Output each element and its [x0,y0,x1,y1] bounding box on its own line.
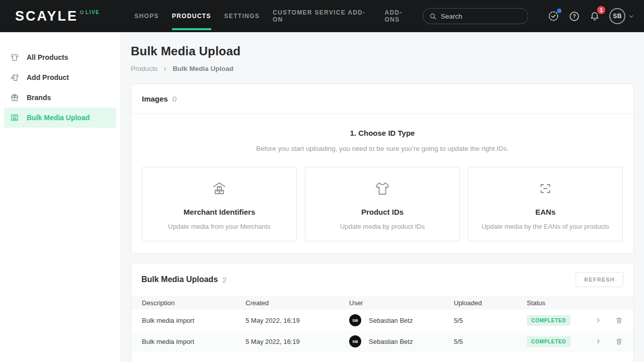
status-badge: COMPLETED [527,315,571,326]
refresh-button[interactable]: REFRESH [576,272,623,287]
user-menu[interactable]: SB [609,8,634,24]
tasks-approval-button[interactable] [547,10,560,23]
avatar: SB [609,8,625,24]
breadcrumb-products[interactable]: Products [131,65,157,72]
question-circle-icon: ? [569,11,580,22]
column-created: Created [246,299,349,307]
sidebar-item-label: Bulk Media Upload [27,114,90,122]
sidebar-item-label: Brands [27,94,51,102]
nav-item-customer-service-add-on[interactable]: CUSTOMER SERVICE ADD-ON [266,0,378,32]
avatar: SB [349,314,361,326]
option-product-ids[interactable]: Product IDs Update media by product IDs [305,167,460,241]
chevron-right-icon [595,338,601,344]
column-uploaded: Uploaded [454,299,527,307]
cell-description: Bulk media import [142,338,246,345]
user-name: Sebastian Betz [369,317,413,324]
uploads-count: 2 [222,276,226,284]
user-name: Sebastian Betz [369,338,413,345]
step-title: 1. Choose ID Type [141,129,623,137]
row-open-button[interactable] [591,317,606,323]
option-title: Product IDs [361,208,404,216]
avatar: SB [349,335,361,347]
table-row[interactable]: Bulk media import 5 May 2022, 16:19 SB S… [131,331,633,352]
ean-scan-icon [537,179,554,198]
table-row[interactable]: Bulk media import 5 May 2022, 16:19 SB S… [131,310,633,331]
sidebar-item-all-products[interactable]: All Products [4,47,116,67]
cell-uploaded: 5/5 [454,338,527,345]
option-merchant-identifiers[interactable]: Merchant Identifiers Update media from y… [142,167,297,241]
sidebar-item-brands[interactable]: Brands [4,87,116,108]
logo-ring-icon [80,11,84,14]
row-delete-button[interactable] [606,317,623,324]
main-content: Bulk Media Upload Products Bulk Media Up… [121,32,644,362]
uploads-card: Bulk Media Uploads 2 REFRESH Description… [131,263,634,362]
search-box[interactable] [423,8,528,24]
nav-item-shops[interactable]: SHOPS [128,0,166,32]
chevron-right-icon [163,66,168,71]
cell-user: SB Sebastian Betz [349,314,454,326]
id-type-options: Merchant Identifiers Update media from y… [141,167,623,241]
images-count: 0 [173,95,177,103]
sidebar-item-label: All Products [27,53,68,61]
images-card: Images 0 1. Choose ID Type Before you st… [131,83,634,254]
svg-text:?: ? [573,13,576,19]
row-open-button[interactable] [591,338,606,344]
notification-count-badge: 1 [597,6,605,14]
option-description: Update media by product IDs [340,223,425,230]
cell-status: COMPLETED [527,315,591,326]
sidebar-item-label: Add Product [27,73,69,81]
help-button[interactable]: ? [568,10,581,23]
uploads-card-title: Bulk Media Uploads [141,275,218,284]
notifications-button[interactable]: 1 [588,10,601,23]
main-nav: SHOPS PRODUCTS SETTINGS CUSTOMER SERVICE… [128,0,423,32]
column-description: Description [142,299,246,307]
row-delete-button[interactable] [606,338,623,345]
nav-item-products[interactable]: PRODUCTS [166,0,218,32]
breadcrumb: Products Bulk Media Upload [131,65,634,72]
option-title: EANs [535,208,555,216]
cell-status: COMPLETED [527,336,591,347]
gift-icon [10,93,19,102]
step-description: Before you start uploading, you need to … [141,145,623,152]
cell-description: Bulk media import [142,317,246,324]
image-icon [10,113,19,122]
option-description: Update media by the EANs of your product… [481,223,609,230]
uploads-card-header: Bulk Media Uploads 2 REFRESH [131,263,633,296]
search-input[interactable] [441,13,516,20]
cell-uploaded: 5/5 [454,317,527,324]
cell-created: 5 May 2022, 16:19 [246,317,349,324]
column-user: User [349,299,454,307]
chevron-down-icon [628,14,634,19]
cell-created: 5 May 2022, 16:19 [246,338,349,345]
scayle-logo[interactable]: SCAYLE LIVE [15,9,100,24]
chevron-right-icon [595,317,601,323]
tshirt-icon [10,53,19,62]
merchant-icon [211,179,228,198]
trash-icon [615,317,623,324]
images-card-header: Images 0 [131,84,633,114]
tshirt-icon [374,179,390,198]
option-title: Merchant Identifiers [184,208,256,216]
nav-item-settings[interactable]: SETTINGS [218,0,266,32]
live-badge: LIVE [86,10,100,15]
blue-dot-badge [557,9,561,13]
sidebar-item-add-product[interactable]: Add Product [4,67,116,87]
sidebar: All Products Add Product Brands [0,32,121,362]
topbar: SCAYLE LIVE SHOPS PRODUCTS SETTINGS CUST… [0,0,644,32]
trash-icon [615,338,623,345]
option-description: Update media from your Merchants [168,223,271,230]
logo-text: SCAYLE [15,9,78,24]
choose-id-type-section: 1. Choose ID Type Before you start uploa… [131,114,633,253]
table-header: Description Created User Uploaded Status [131,296,633,310]
nav-item-add-ons[interactable]: ADD-ONS [378,0,423,32]
status-badge: COMPLETED [527,336,571,347]
page-title: Bulk Media Upload [131,44,634,58]
column-status: Status [527,299,591,307]
search-icon [429,13,437,20]
images-card-title: Images [142,95,168,103]
breadcrumb-current: Bulk Media Upload [173,65,233,72]
option-eans[interactable]: EANs Update media by the EANs of your pr… [468,167,623,241]
tshirt-add-icon [10,73,19,82]
sidebar-item-bulk-media-upload[interactable]: Bulk Media Upload [4,108,116,128]
cell-user: SB Sebastian Betz [349,335,454,347]
